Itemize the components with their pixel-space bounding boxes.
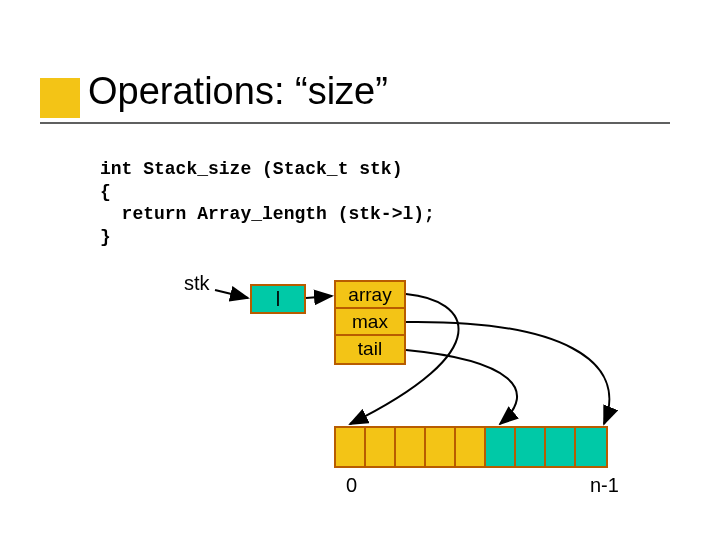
buffer-cell bbox=[486, 428, 516, 466]
code-line: { bbox=[100, 182, 111, 202]
buffer-cell bbox=[426, 428, 456, 466]
field-array: array bbox=[336, 282, 404, 309]
arrow-tail-to-tail bbox=[406, 350, 517, 424]
label-stk: stk bbox=[184, 272, 210, 295]
field-l: l bbox=[250, 284, 306, 314]
field-tail: tail bbox=[336, 336, 404, 363]
field-max: max bbox=[336, 309, 404, 336]
index-last: n-1 bbox=[590, 474, 619, 497]
code-line: int Stack_size (Stack_t stk) bbox=[100, 159, 402, 179]
code-block: int Stack_size (Stack_t stk) { return Ar… bbox=[100, 158, 435, 248]
buffer-array bbox=[334, 426, 608, 468]
slide-title: Operations: “size” bbox=[88, 70, 388, 113]
buffer-cell bbox=[336, 428, 366, 466]
buffer-cell bbox=[546, 428, 576, 466]
buffer-cell bbox=[516, 428, 546, 466]
buffer-cell bbox=[366, 428, 396, 466]
code-line: } bbox=[100, 227, 111, 247]
code-line: return Array_length (stk->l); bbox=[100, 204, 435, 224]
arrow-stk-to-l bbox=[215, 290, 248, 298]
buffer-cell bbox=[456, 428, 486, 466]
title-underline bbox=[40, 122, 670, 124]
arrow-l-to-struct bbox=[306, 296, 332, 298]
array-struct: array max tail bbox=[334, 280, 406, 365]
buffer-cell bbox=[396, 428, 426, 466]
title-accent bbox=[40, 78, 80, 118]
index-first: 0 bbox=[346, 474, 357, 497]
buffer-cell bbox=[576, 428, 606, 466]
arrow-max-to-end bbox=[406, 322, 609, 424]
